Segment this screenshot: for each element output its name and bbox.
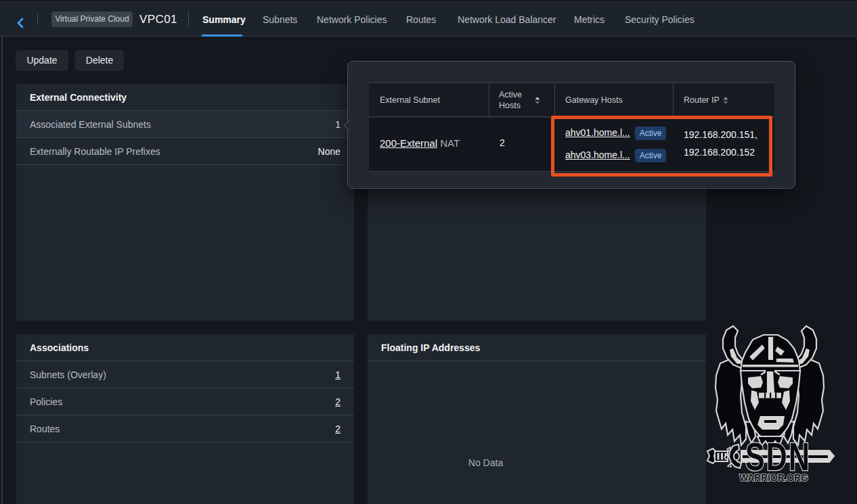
svg-text:WARRIOR.ORG: WARRIOR.ORG (739, 472, 808, 482)
